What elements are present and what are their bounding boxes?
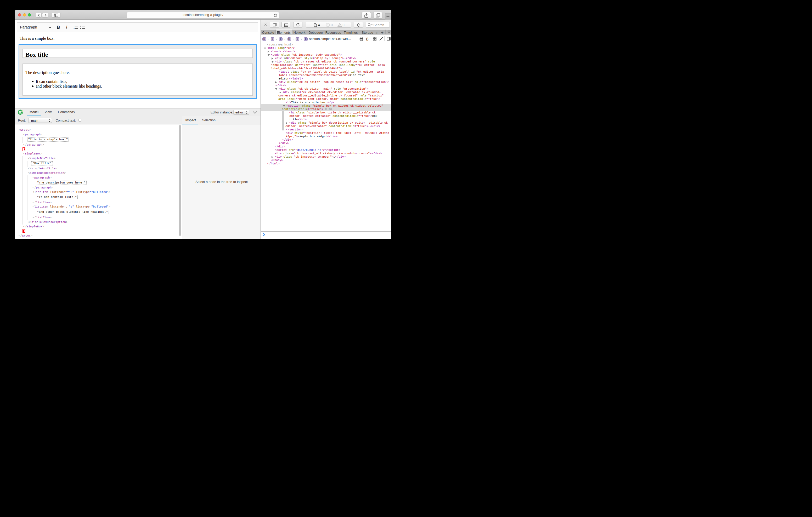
svg-text:5: 5 [22, 110, 23, 112]
svg-text:2: 2 [74, 28, 75, 29]
svg-text:1: 1 [74, 25, 75, 27]
